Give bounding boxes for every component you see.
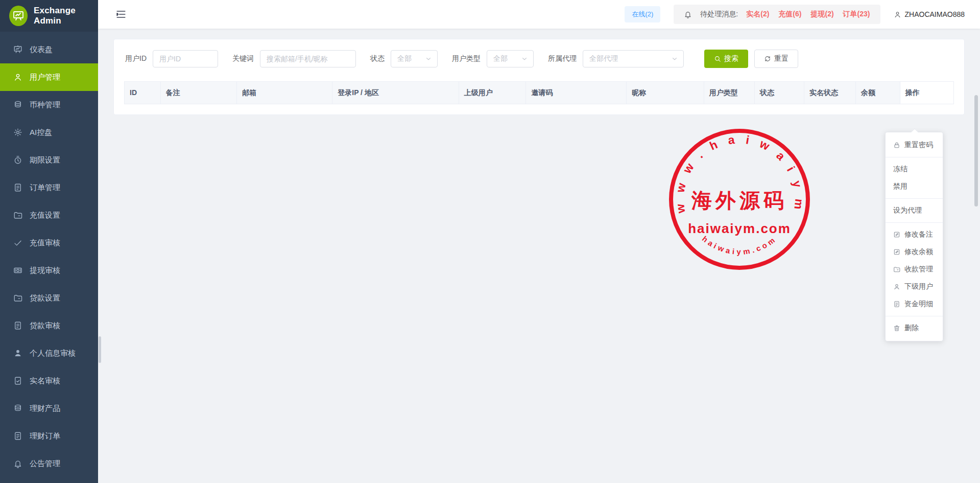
sidebar-item-label: 公告管理 [30, 459, 60, 469]
sidebar-item-12[interactable]: 个人信息审核 [0, 339, 98, 367]
pending-message-link-2[interactable]: 充值(6) [778, 10, 801, 19]
sidebar-item-label: 订单管理 [30, 183, 60, 193]
app-title: Exchange Admin [34, 6, 98, 26]
sidebar-item-label: 实名审核 [30, 376, 60, 386]
sidebar-item-15[interactable]: 理财订单 [0, 422, 98, 450]
action-menu-item-5[interactable]: 修改备注 [886, 226, 943, 243]
hamburger-icon[interactable] [115, 9, 127, 20]
action-menu-item-1[interactable]: 重置密码 [886, 136, 943, 154]
column-header: 操作 [900, 82, 953, 104]
user-id-label: 用户ID [125, 54, 147, 63]
refresh-icon [764, 55, 771, 62]
status-select-value: 全部 [397, 54, 412, 63]
user-type-select[interactable]: 全部 [487, 50, 534, 67]
agent-select-value: 全部代理 [589, 54, 618, 63]
chevron-down-icon [671, 55, 678, 62]
action-menu-item-2[interactable]: 冻结 [886, 160, 943, 178]
sidebar-item-label: 仪表盘 [30, 45, 53, 55]
sidebar: Exchange Admin 仪表盘用户管理币种管理AI控盘期限设置订单管理充值… [0, 0, 98, 483]
folder-icon [893, 266, 900, 273]
edit-icon [893, 248, 900, 256]
sidebar-item-label: 贷款设置 [30, 293, 60, 303]
status-select[interactable]: 全部 [391, 50, 438, 67]
row-action-dropdown: 重置密码冻结禁用设为代理修改备注修改余额收款管理下级用户资金明细删除 [885, 132, 943, 341]
column-header: 余额 [855, 82, 900, 104]
sidebar-item-5[interactable]: 期限设置 [0, 146, 98, 174]
agent-select[interactable]: 全部代理 [583, 50, 684, 67]
action-menu-item-label: 收款管理 [904, 265, 933, 274]
document-icon [893, 301, 900, 308]
pending-message-link-1[interactable]: 实名(2) [746, 10, 769, 19]
column-header: 邀请码 [526, 82, 627, 104]
user-icon [894, 11, 901, 18]
table-header-row: ID备注邮箱登录IP / 地区上级用户邀请码昵称用户类型状态实名状态余额操作 [125, 82, 954, 104]
pending-message-link-4[interactable]: 订单(23) [843, 10, 870, 19]
sidebar-item-label: 期限设置 [30, 155, 60, 165]
sidebar-item-7[interactable]: 充值设置 [0, 201, 98, 229]
page-scrollbar[interactable] [974, 95, 978, 206]
coins-icon [13, 100, 22, 109]
action-menu-item-7[interactable]: 收款管理 [886, 261, 943, 278]
top-bar: 在线(2) 待处理消息: 实名(2)充值(6)提现(2)订单(23) ZHAOC… [98, 0, 980, 29]
column-header: ID [125, 82, 161, 104]
person-icon [13, 349, 22, 358]
sidebar-scrollbar[interactable] [99, 336, 101, 363]
folder-icon [13, 293, 22, 303]
sidebar-item-6[interactable]: 订单管理 [0, 174, 98, 201]
pending-message-links: 实名(2)充值(6)提现(2)订单(23) [746, 10, 870, 19]
sidebar-item-4[interactable]: AI控盘 [0, 119, 98, 146]
action-menu-item-9[interactable]: 资金明细 [886, 295, 943, 313]
sidebar-item-8[interactable]: 充值审核 [0, 229, 98, 257]
action-menu-item-10[interactable]: 删除 [886, 319, 943, 337]
keyword-input[interactable] [260, 50, 356, 67]
action-menu-item-4[interactable]: 设为代理 [886, 202, 943, 219]
pending-messages-label: 待处理消息: [700, 10, 738, 19]
menu-divider [886, 222, 943, 223]
sidebar-item-2[interactable]: 用户管理 [0, 63, 98, 91]
reset-button[interactable]: 重置 [754, 50, 798, 68]
main-area: 在线(2) 待处理消息: 实名(2)充值(6)提现(2)订单(23) ZHAOC… [98, 0, 980, 483]
user-id-input[interactable] [153, 50, 218, 67]
chevron-down-icon [425, 55, 432, 62]
user-menu[interactable]: ZHAOCAIMAO888 [894, 10, 965, 18]
sidebar-item-10[interactable]: 贷款设置 [0, 284, 98, 312]
chevron-down-icon [521, 55, 528, 62]
column-header: 用户类型 [704, 82, 754, 104]
search-button[interactable]: 搜索 [704, 50, 748, 68]
action-menu-item-label: 冻结 [893, 165, 907, 174]
action-menu-item-label: 资金明细 [904, 300, 933, 309]
sidebar-item-1[interactable]: 仪表盘 [0, 36, 98, 63]
sidebar-item-label: 币种管理 [30, 100, 60, 110]
sidebar-item-9[interactable]: 提现审核 [0, 257, 98, 284]
app-logo: Exchange Admin [0, 0, 98, 32]
person2-icon [893, 283, 900, 290]
sidebar-item-label: 个人信息审核 [30, 349, 76, 358]
user-table-card: 用户ID 关键词 状态 全部 用户类型 全部 所属代理 [113, 39, 965, 115]
sidebar-menu: 仪表盘用户管理币种管理AI控盘期限设置订单管理充值设置充值审核提现审核贷款设置贷… [0, 32, 98, 477]
sidebar-item-16[interactable]: 公告管理 [0, 450, 98, 477]
keyword-label: 关键词 [232, 54, 254, 63]
sidebar-item-label: 提现审核 [30, 266, 60, 275]
content-area: 用户ID 关键词 状态 全部 用户类型 全部 所属代理 [98, 29, 980, 125]
pending-message-link-3[interactable]: 提现(2) [810, 10, 833, 19]
action-menu-item-label: 设为代理 [893, 206, 922, 215]
document-icon [13, 431, 22, 441]
timer-icon [13, 155, 22, 165]
lock-icon [893, 142, 900, 149]
column-header: 备注 [160, 82, 237, 104]
action-menu-item-3[interactable]: 禁用 [886, 178, 943, 195]
sidebar-item-3[interactable]: 币种管理 [0, 91, 98, 119]
user-type-label: 用户类型 [452, 54, 481, 63]
user-type-select-value: 全部 [493, 54, 508, 63]
sidebar-item-14[interactable]: 理财产品 [0, 395, 98, 422]
online-count-badge[interactable]: 在线(2) [625, 6, 660, 22]
document-icon [13, 321, 22, 330]
agent-label: 所属代理 [548, 54, 577, 63]
action-menu-item-8[interactable]: 下级用户 [886, 278, 943, 295]
sidebar-item-11[interactable]: 贷款审核 [0, 312, 98, 339]
folder-icon [13, 211, 22, 220]
dashboard-icon [13, 45, 22, 54]
column-header: 登录IP / 地区 [332, 82, 459, 104]
action-menu-item-6[interactable]: 修改余额 [886, 243, 943, 261]
sidebar-item-13[interactable]: 实名审核 [0, 367, 98, 395]
